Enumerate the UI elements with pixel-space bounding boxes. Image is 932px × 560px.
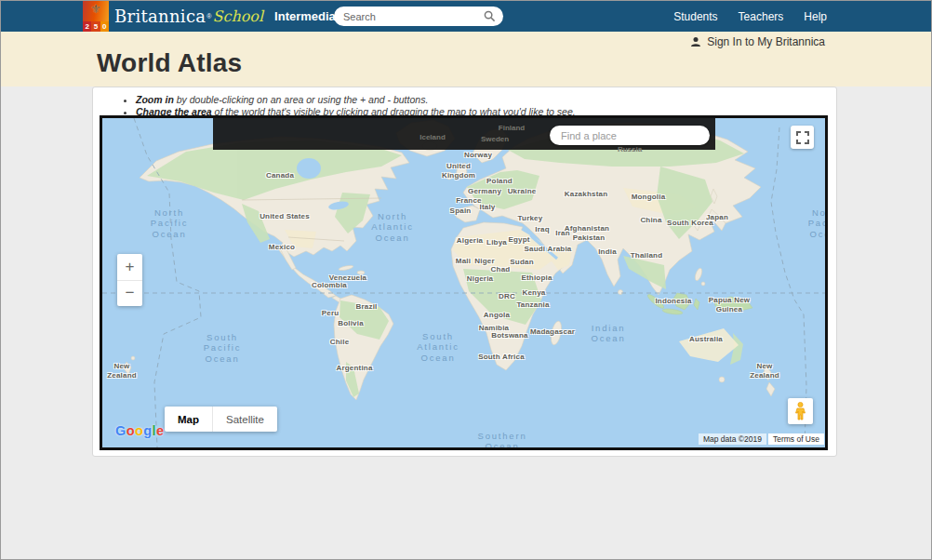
map-label: Indian Ocean — [592, 323, 626, 344]
instruction-item: Zoom in by double-clicking on an area or… — [136, 94, 836, 105]
map-label: Bolivia — [338, 319, 364, 328]
map-label: South Korea — [667, 219, 713, 228]
map-label: Italy — [479, 203, 495, 212]
zoom-out-button[interactable]: − — [117, 281, 142, 307]
map-label: North Atlantic Ocean — [371, 211, 414, 243]
map-label: Tanzania — [516, 300, 549, 310]
brand-lockup[interactable]: Britannica®School Intermediate — [114, 1, 346, 32]
map-label: New Zealand — [107, 362, 137, 380]
map-label: Mali — [456, 257, 471, 266]
page-title: World Atlas — [97, 48, 242, 78]
site-search-input[interactable] — [341, 10, 484, 23]
map-label: Norway — [464, 151, 492, 160]
map-label: Japan — [706, 213, 728, 222]
map-attribution: Map data ©2019 Terms of Use — [699, 433, 824, 445]
brand-script: School — [212, 7, 263, 25]
map-label: France — [456, 196, 481, 206]
zoom-in-button[interactable]: + — [117, 254, 142, 281]
thistle-icon: ⚜ — [90, 1, 101, 17]
map-label: Madagascar — [530, 327, 575, 337]
world-atlas-map[interactable]: North Pacific OceanNorth Atlantic OceanS… — [100, 115, 828, 450]
registered-mark: ® — [206, 13, 211, 20]
map-label: United States — [260, 212, 310, 221]
map-label: India — [598, 247, 617, 257]
map-label: Ethiopia — [521, 273, 552, 283]
badge-250: 250 — [83, 21, 109, 32]
map-label: Colombia — [312, 281, 347, 290]
map-label: Algeria — [457, 236, 484, 246]
map-label: South Atlantic Ocean — [417, 331, 459, 363]
map-label: North Pacific Ocean — [808, 207, 828, 239]
map-label: Southern Ocean — [478, 431, 527, 450]
map-label: Indonesia — [655, 297, 691, 306]
fullscreen-button[interactable] — [791, 126, 814, 149]
map-label: Germany — [468, 187, 501, 196]
nav-help[interactable]: Help — [804, 10, 827, 23]
pegman-icon — [794, 402, 806, 420]
map-label: Kenya — [522, 288, 545, 298]
map-label: Angola — [484, 311, 510, 320]
find-place-input[interactable] — [550, 126, 710, 145]
map-label: Afghanistan — [565, 224, 609, 233]
nav-students[interactable]: Students — [673, 10, 717, 23]
pegman-button[interactable] — [788, 398, 813, 424]
map-label: Brazil — [356, 302, 378, 312]
map-labels: North Pacific OceanNorth Atlantic OceanS… — [102, 118, 825, 447]
map-label: Mexico — [269, 243, 295, 252]
map-label: Iran — [555, 229, 569, 238]
map-label: Canada — [266, 171, 294, 180]
map-label: South Pacific Ocean — [204, 332, 242, 364]
fullscreen-icon — [796, 131, 809, 144]
map-label: Saudi Arabia — [524, 245, 571, 254]
map-label: Ukraine — [508, 187, 537, 196]
map-label: Niger — [474, 257, 494, 266]
subheader-band: Sign In to My Britannica World Atlas — [1, 32, 931, 87]
top-navbar: ⚜ 250 Britannica®School Intermediate Stu… — [1, 1, 931, 32]
map-label: Peru — [322, 309, 340, 318]
map-label: Papua New Guinea — [709, 296, 750, 313]
zoom-control: + − — [117, 254, 142, 306]
person-icon — [690, 36, 701, 47]
map-data-credit: Map data ©2019 — [699, 433, 766, 445]
map-label: Thailand — [631, 251, 663, 260]
map-label: Turkey — [518, 214, 543, 223]
map-label: Australia — [689, 335, 723, 344]
map-label: Chad — [491, 265, 511, 274]
terms-of-use-link[interactable]: Terms of Use — [768, 433, 824, 445]
sign-in-label: Sign In to My Britannica — [707, 35, 825, 48]
map-label: Egypt — [508, 235, 529, 245]
map-label: Botswana — [491, 331, 527, 340]
map-label: Mongolia — [632, 193, 666, 202]
map-label: North Pacific Ocean — [151, 207, 189, 239]
map-label: DRC — [499, 292, 515, 301]
map-type-map-button[interactable]: Map — [165, 407, 212, 432]
map-type-satellite-button[interactable]: Satellite — [212, 407, 277, 432]
atlas-card: Zoom in by double-clicking on an area or… — [92, 87, 837, 457]
map-label: Poland — [486, 177, 513, 186]
site-search — [334, 7, 503, 26]
google-logo[interactable]: Google — [115, 423, 164, 438]
map-label: Nigeria — [467, 274, 494, 284]
map-label: United Kingdom — [442, 162, 475, 180]
map-label: Namibia — [479, 324, 510, 333]
nav-teachers[interactable]: Teachers — [739, 10, 784, 23]
map-label: Sudan — [510, 258, 533, 267]
map-label: Spain — [450, 207, 472, 216]
map-label: Kazakhstan — [565, 190, 607, 199]
map-label: China — [640, 216, 661, 225]
map-label: Pakistan — [573, 233, 606, 243]
map-type-control: Map Satellite — [165, 407, 277, 432]
map-label: Libya — [486, 238, 507, 247]
top-nav-links: Students Teachers Help — [673, 1, 827, 32]
map-label: South Africa — [478, 353, 525, 362]
map-label: Venezuela — [329, 273, 367, 283]
search-icon[interactable] — [484, 10, 496, 22]
map-label: Argentina — [336, 364, 372, 373]
instructions-list: Zoom in by double-clicking on an area or… — [93, 94, 836, 117]
map-label: Chile — [330, 338, 350, 347]
britannica-250-logo[interactable]: ⚜ 250 — [83, 1, 109, 32]
map-label: Iraq — [535, 225, 549, 234]
sign-in-link[interactable]: Sign In to My Britannica — [690, 35, 825, 48]
map-label: New Zealand — [750, 362, 779, 380]
brand-name: Britannica — [114, 7, 206, 26]
